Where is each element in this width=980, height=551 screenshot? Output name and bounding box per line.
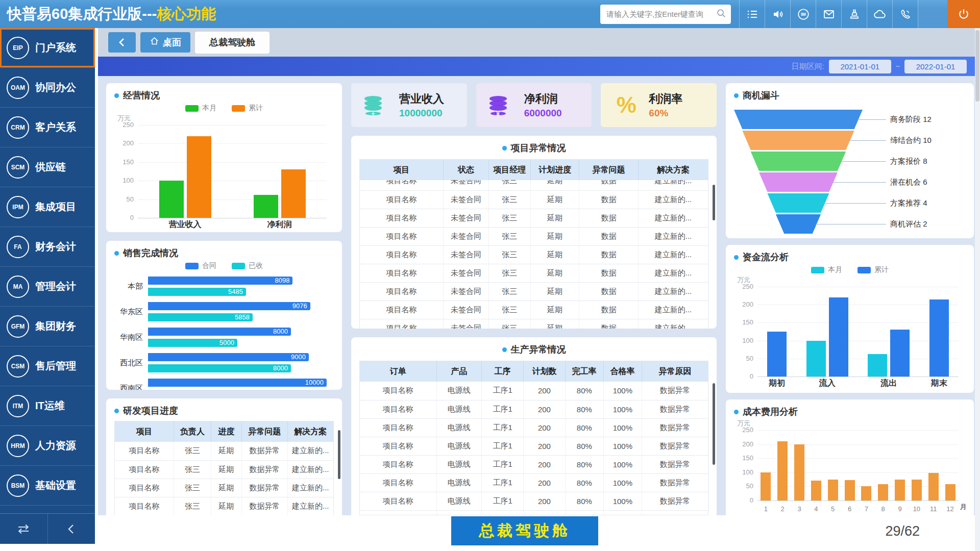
bar-流入-累计	[829, 297, 848, 377]
sidebar-item-itm[interactable]: ITMIT运维	[0, 386, 95, 426]
sidebar-item-oam[interactable]: OAM协同办公	[0, 68, 95, 108]
sidebar-item-gfm[interactable]: GFM集团财务	[0, 307, 95, 346]
table-row[interactable]: 项目名称未签合同张三延期数据建立新的...	[360, 227, 708, 245]
table-row[interactable]: 项目名称未签合同张三延期数据建立新的...	[360, 245, 708, 264]
swap-icon[interactable]	[0, 514, 48, 544]
x-axis-category-label: 9	[898, 505, 901, 513]
funnel-stage-label: 潜在机会 6	[890, 178, 927, 187]
legend-label: 合同	[202, 261, 216, 270]
y-axis-tick: 100	[117, 177, 134, 184]
table-row[interactable]: 项目名称电源线工序120080%100%数据异常	[360, 473, 708, 492]
sidebar-item-scm[interactable]: SCM供应链	[0, 147, 95, 187]
table-scrollbar[interactable]	[713, 185, 715, 220]
table-row[interactable]: 项目名称张三延期数据异常建立新的...	[115, 460, 333, 479]
table-row[interactable]: 项目名称张三延期数据异常建立新的...	[115, 479, 333, 497]
card-title-text: 销售完成情况	[123, 247, 178, 259]
bar-8-成本费用	[878, 484, 888, 500]
table-row[interactable]: 项目名称未签合同张三延期数据建立新的...	[360, 282, 708, 300]
table-cell: 200	[524, 400, 566, 418]
bullet-dot-icon	[734, 255, 739, 260]
table-cell: 工序1	[482, 492, 524, 510]
tab-ceo-cockpit[interactable]: 总裁驾驶舱	[195, 32, 270, 54]
table-row[interactable]: 项目名称电源线工序120080%100%数据异常	[360, 400, 708, 418]
hbar-华南区-合同: 8000	[148, 328, 291, 336]
table-body-scroll[interactable]: 项目名称张三延期数据异常建立新的...项目名称张三延期数据异常建立新的...项目…	[114, 442, 334, 521]
table-cell: 200	[524, 455, 566, 473]
table-cell: 数据异常	[241, 497, 287, 515]
cloud-icon[interactable]	[867, 0, 892, 28]
table-row[interactable]: 项目名称电源线工序120080%100%数据异常	[360, 418, 708, 437]
table-row[interactable]: 项目名称未签合同张三延期数据建立新的...	[360, 319, 708, 329]
collapse-chevron-icon[interactable]	[48, 514, 95, 544]
table-body-scroll[interactable]: 项目名称未签合同张三延期数据建立新的...项目名称未签合同张三延期数据建立新的.…	[359, 180, 708, 329]
back-button[interactable]	[108, 32, 136, 53]
y-axis-unit-label: 万元	[737, 419, 750, 428]
cockpit-banner[interactable]: 总裁驾驶舱	[451, 516, 598, 545]
table-row[interactable]: 项目名称未签合同张三延期数据建立新的...	[360, 190, 708, 209]
table-cell: 建立新的...	[287, 460, 333, 479]
table-body-scroll[interactable]: 项目名称电源线工序120080%100%数据异常项目名称电源线工序120080%…	[359, 382, 708, 515]
table-cell: 100%	[603, 455, 642, 473]
hbar-bars: 90765858	[148, 302, 334, 321]
sidebar-item-eip[interactable]: EIP门户系统	[0, 28, 95, 68]
table-cell: 建立新的...	[639, 180, 708, 190]
sidebar-item-hrm[interactable]: HRM人力资源	[0, 426, 95, 466]
table-cell: 数据异常	[642, 437, 708, 455]
mail-icon[interactable]	[816, 0, 841, 28]
table-row[interactable]: 项目名称未签合同张三延期数据建立新的...	[360, 180, 708, 190]
bar-groups: 期初流入流出期末	[757, 287, 959, 377]
eip-module-icon: EIP	[7, 37, 29, 59]
bar-group-流出: 流出	[868, 287, 910, 377]
cost-analysis-chart: 050100150200250万元月123456789101112	[734, 430, 966, 500]
page-scrollbar[interactable]	[975, 28, 980, 551]
bars	[811, 430, 821, 500]
speaker-icon[interactable]	[765, 0, 790, 28]
sidebar-item-ipm[interactable]: IPM集成项目	[0, 187, 95, 227]
bar-group-期初: 期初	[767, 287, 787, 377]
table-row[interactable]: 项目名称张三延期数据异常建立新的...	[115, 442, 333, 460]
table-cell: 项目名称	[115, 497, 174, 515]
column-header: 异常原因	[642, 361, 708, 382]
table-header: 订单产品工序计划数完工率合格率异常原因	[359, 361, 708, 382]
table-row[interactable]: 项目名称未签合同张三延期数据建立新的...	[360, 300, 708, 319]
table-row[interactable]: 项目名称未签合同张三延期数据建立新的...	[360, 209, 708, 227]
search-input[interactable]	[606, 10, 716, 18]
search-box[interactable]	[600, 5, 731, 24]
table-cell: 数据	[579, 180, 639, 190]
phone-icon[interactable]	[892, 0, 918, 28]
table-row[interactable]: 项目名称张三延期数据异常建立新的...	[115, 497, 333, 515]
sidebar-item-ma[interactable]: MA管理会计	[0, 267, 95, 307]
menu-list-icon[interactable]	[739, 0, 765, 28]
card-title-cashflow: 资金流分析	[734, 251, 966, 263]
date-end-input[interactable]: 2022-01-01	[904, 60, 967, 73]
table-row[interactable]: 项目名称电源线工序120080%100%数据异常	[360, 510, 708, 515]
table-cell: 延期	[211, 442, 241, 460]
production-exception-card: 生产异常情况 订单产品工序计划数完工率合格率异常原因项目名称电源线工序12008…	[351, 337, 717, 521]
table-row[interactable]: 项目名称未签合同张三延期数据建立新的...	[360, 264, 708, 282]
date-start-input[interactable]: 2021-01-01	[829, 60, 891, 73]
search-icon[interactable]	[716, 8, 727, 21]
bullet-dot-icon	[114, 409, 119, 413]
table-row[interactable]: 项目名称电源线工序120080%100%数据异常	[360, 492, 708, 510]
sidebar-item-crm[interactable]: CRM客户关系	[0, 108, 95, 147]
x-axis-category-label: 1	[764, 505, 768, 513]
table-row[interactable]: 项目名称电源线工序120080%100%数据异常	[360, 437, 708, 455]
hbar-本部-已收: 5485	[148, 288, 246, 296]
sidebar-item-bsm[interactable]: BSM基础设置	[0, 466, 95, 506]
power-icon[interactable]	[947, 0, 980, 28]
stamp-icon[interactable]	[841, 0, 867, 28]
sidebar-item-csm[interactable]: CSM售后管理	[0, 346, 95, 386]
gridline	[757, 377, 959, 377]
sidebar-item-fa[interactable]: FA财务会计	[0, 227, 95, 267]
production-exception-table: 订单产品工序计划数完工率合格率异常原因项目名称电源线工序120080%100%数…	[359, 361, 708, 515]
page-scrollbar-thumb[interactable]	[975, 30, 979, 102]
im-icon[interactable]: IM	[790, 0, 816, 28]
table-row[interactable]: 项目名称电源线工序120080%100%数据异常	[360, 382, 708, 400]
table-row[interactable]: 项目名称电源线工序120080%100%数据异常	[360, 455, 708, 473]
table-scrollbar[interactable]	[338, 430, 340, 479]
table-cell: 电源线	[436, 437, 482, 455]
table-cell: 80%	[565, 418, 603, 437]
x-axis-category-label: 2	[781, 505, 785, 513]
table-scrollbar[interactable]	[713, 383, 715, 465]
tab-desktop[interactable]: 桌面	[140, 32, 190, 53]
